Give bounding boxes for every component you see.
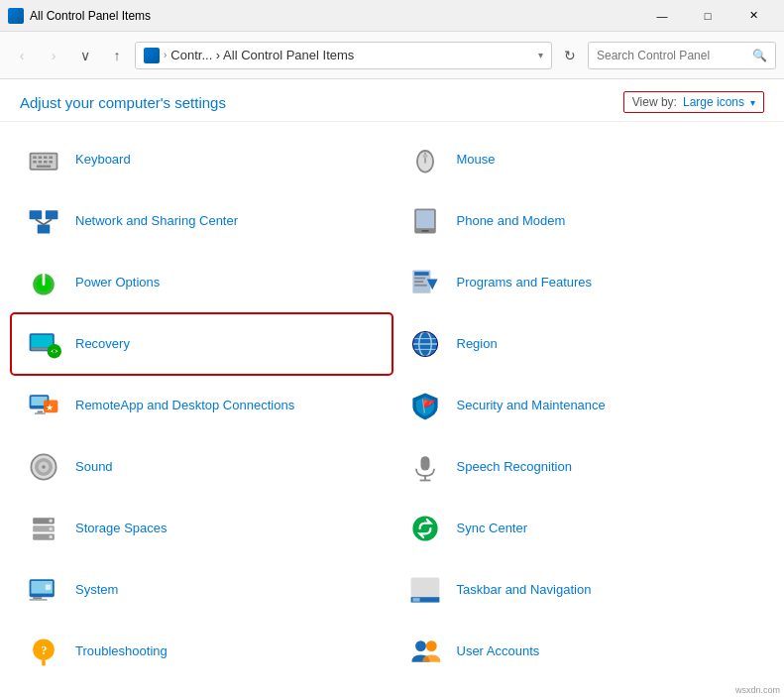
speech-label: Speech Recognition [457,459,572,476]
storage-icon [24,509,63,548]
phone-label: Phone and Modem [457,213,566,230]
list-item-network[interactable]: Network and Sharing Center [12,191,392,251]
sync-label: Sync Center [457,521,528,537]
address-path[interactable]: › Contr... › All Control Panel Items ▾ [135,42,552,69]
taskbar-icon [405,570,445,610]
page-title: Adjust your computer's settings [20,94,226,111]
remoteapp-label: RemoteApp and Desktop Connections [75,398,294,414]
remoteapp-icon [24,386,63,425]
control-panel-icon [8,8,24,24]
troubleshoot-icon [24,632,63,671]
items-grid: KeyboardMouseNetwork and Sharing CenterP… [12,130,772,681]
taskbar-label: Taskbar and Navigation [457,582,592,599]
title-bar: All Control Panel Items — □ ✕ [0,0,784,32]
mouse-label: Mouse [457,152,496,169]
list-item-phone[interactable]: Phone and Modem [393,191,773,251]
recovery-label: Recovery [75,336,130,353]
list-item-mouse[interactable]: Mouse [393,130,773,189]
refresh-button[interactable]: ↻ [556,42,584,69]
keyboard-icon [24,140,63,179]
forward-button[interactable]: › [40,42,67,69]
users-icon [405,632,445,671]
security-label: Security and Maintenance [457,398,606,414]
path-text: Contr... › All Control Panel Items [170,48,354,62]
content-header: Adjust your computer's settings View by:… [0,79,784,122]
sound-icon [24,447,63,487]
watermark: wsxdn.com [735,685,780,695]
view-by-control[interactable]: View by: Large icons ▾ [623,91,764,113]
list-item-programs[interactable]: Programs and Features [393,253,773,312]
list-item-power[interactable]: Power Options [12,253,392,312]
list-item-speech[interactable]: Speech Recognition [393,437,773,497]
items-area: KeyboardMouseNetwork and Sharing CenterP… [0,122,784,697]
list-item-security[interactable]: Security and Maintenance [393,376,773,435]
sound-label: Sound [75,459,113,476]
security-icon [405,386,445,425]
mouse-icon [405,140,445,179]
address-bar: ‹ › ∨ ↑ › Contr... › All Control Panel I… [0,32,784,79]
users-label: User Accounts [457,643,540,660]
network-label: Network and Sharing Center [75,213,238,230]
list-item-remoteapp[interactable]: RemoteApp and Desktop Connections [12,376,392,435]
power-label: Power Options [75,275,160,291]
list-item-region[interactable]: Region [393,314,773,374]
chevron-down-icon: ▾ [750,97,755,108]
path-dropdown-button[interactable]: ▾ [538,50,543,60]
system-label: System [75,582,118,599]
power-icon [24,263,63,302]
programs-icon [405,263,445,302]
phone-icon [405,201,445,241]
network-icon [24,201,63,241]
window-controls: — □ ✕ [639,0,776,32]
speech-icon [405,447,445,487]
maximize-button[interactable]: □ [685,0,730,32]
list-item-troubleshoot[interactable]: Troubleshooting [12,622,392,681]
search-input[interactable] [597,49,748,62]
keyboard-label: Keyboard [75,152,131,169]
recovery-icon [24,324,63,364]
list-item-recovery[interactable]: Recovery [12,314,392,374]
region-label: Region [457,336,498,353]
dropdown-button[interactable]: ∨ [71,42,99,69]
main-content: Adjust your computer's settings View by:… [0,79,784,697]
troubleshoot-label: Troubleshooting [75,643,168,660]
view-by-label: View by: [632,95,677,109]
list-item-sound[interactable]: Sound [12,437,392,497]
window-title: All Control Panel Items [30,9,639,23]
storage-label: Storage Spaces [75,521,168,537]
sync-icon [405,509,445,548]
search-box[interactable]: 🔍 [588,42,776,69]
path-icon [144,48,160,63]
list-item-keyboard[interactable]: Keyboard [12,130,392,189]
minimize-button[interactable]: — [639,0,685,32]
list-item-system[interactable]: System [12,560,392,620]
system-icon [24,570,63,610]
list-item-storage[interactable]: Storage Spaces [12,499,392,558]
view-by-value: Large icons [683,95,744,109]
list-item-sync[interactable]: Sync Center [393,499,773,558]
search-icon: 🔍 [752,49,767,62]
list-item-taskbar[interactable]: Taskbar and Navigation [393,560,773,620]
close-button[interactable]: ✕ [730,0,776,32]
list-item-users[interactable]: User Accounts [393,622,773,681]
programs-label: Programs and Features [457,275,593,291]
up-button[interactable]: ↑ [103,42,131,69]
back-button[interactable]: ‹ [8,42,36,69]
region-icon [405,324,445,364]
